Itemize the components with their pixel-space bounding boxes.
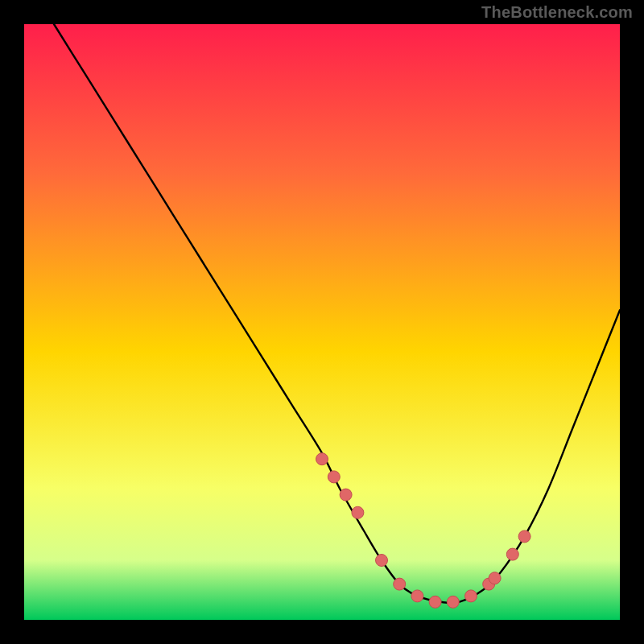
curve-marker [316,453,328,465]
curve-marker [465,590,477,602]
bottleneck-chart [0,0,644,644]
curve-marker [376,555,388,567]
curve-marker [411,590,423,602]
curve-marker [447,596,459,608]
curve-marker [429,596,441,608]
curve-marker [506,548,518,560]
curve-marker [352,506,364,518]
plot-background [24,24,620,620]
curve-marker [518,530,530,543]
curve-marker [489,572,501,584]
watermark-text: TheBottleneck.com [481,3,633,22]
curve-marker [340,489,352,501]
curve-marker [328,471,340,483]
curve-marker [394,578,406,590]
chart-stage: TheBottleneck.com [0,0,644,644]
